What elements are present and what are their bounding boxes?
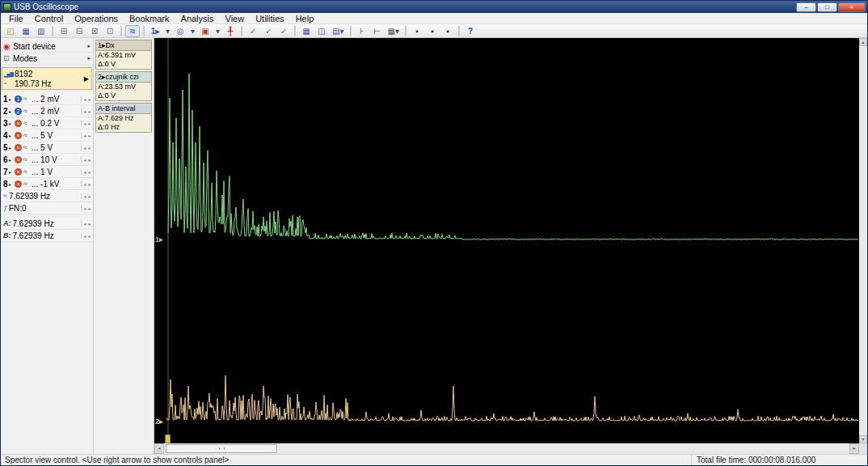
horizontal-scroll-track[interactable] <box>164 443 849 454</box>
modes-button[interactable]: ⊡ Modes ▸ <box>1 53 93 65</box>
scroll-left-button[interactable]: ◄ <box>154 443 164 454</box>
horizontal-scrollbar[interactable]: ◄ ► <box>154 443 859 454</box>
scrollbar-corner <box>859 443 867 454</box>
start-device-button[interactable]: ◉ Start device ▸ <box>1 40 93 53</box>
marker-b-row[interactable]: B: 7.62939 Hz ◂ ▸ <box>1 230 93 242</box>
sample-rate-icon: ≈ <box>4 81 15 86</box>
channel-state-icon[interactable]: × <box>15 144 22 151</box>
marker-dropdown-button[interactable]: ▾ <box>213 25 222 37</box>
marker-right-button[interactable]: ⊢ <box>370 25 385 37</box>
menu-view[interactable]: View <box>220 14 251 23</box>
channel-row-4[interactable]: 4 ▸ × ≈ ... 5 V ◂ ▸ <box>1 129 93 142</box>
scroll-right-button[interactable]: ► <box>849 443 859 454</box>
save-button[interactable]: ▦ <box>19 25 33 37</box>
cursor-marker-flag[interactable] <box>165 434 171 443</box>
increment-arrow-icon[interactable]: ▸ <box>87 181 92 187</box>
channel-state-icon[interactable]: 1 <box>15 95 22 103</box>
increment-arrow-icon[interactable]: ▸ <box>87 205 92 211</box>
minimize-button[interactable]: – <box>796 2 816 12</box>
increment-arrow-icon[interactable]: ▸ <box>87 193 92 199</box>
menu-analysis[interactable]: Analysis <box>175 14 220 23</box>
measurement-header[interactable]: A-B interval <box>96 104 151 114</box>
histogram-icon: ▂▅▇ <box>4 71 15 77</box>
measure-dropdown-button[interactable]: ▾ <box>188 25 197 37</box>
channel-1-marker[interactable]: 1▸ <box>155 235 163 244</box>
menu-help[interactable]: Help <box>290 14 320 23</box>
save-all-button[interactable]: ▥ <box>34 25 48 37</box>
panels-dropdown-button[interactable]: ▤▾ <box>330 25 346 37</box>
measure-group-dx: 1▸Dx A:6.391 mV Δ:0 V <box>95 40 152 70</box>
horizontal-scroll-thumb[interactable] <box>166 444 277 453</box>
snapshot-a-button[interactable]: ▪ <box>410 25 424 37</box>
channel-row-1[interactable]: 1 ▸ 1 ≈ ... 2 mV ◂ ▸ <box>1 93 93 105</box>
increment-arrow-icon[interactable]: ▸ <box>87 145 92 150</box>
title-bar: USB Oscilloscope – □ × <box>1 1 867 13</box>
split-view-button[interactable]: ◫ <box>314 25 329 37</box>
measurement-header[interactable]: 2▸czujnik czi <box>96 72 151 83</box>
fn-readout-row[interactable]: ƒ FN:0 ◂ ▸ <box>1 202 93 214</box>
menu-control[interactable]: Control <box>29 14 69 23</box>
readout-value: 7.62939 Hz <box>13 219 82 228</box>
open-file-button[interactable]: ◰ <box>3 25 18 37</box>
channel-select-button[interactable]: 1▸ <box>148 25 162 37</box>
vertical-scrollbar[interactable]: ▲ ▼ <box>859 38 867 443</box>
menu-file[interactable]: File <box>3 14 29 23</box>
increment-arrow-icon[interactable]: ▸ <box>87 233 92 239</box>
channel-row-7[interactable]: 7 ▸ × ≈ ... 1 V ◂ ▸ <box>1 166 93 178</box>
grid-view-button[interactable]: ▦ <box>299 25 314 37</box>
clipboard-view-button[interactable]: ⊡ <box>103 25 117 37</box>
measure-tool-button[interactable]: ◎ <box>173 25 188 37</box>
marker-left-button[interactable]: ⊦ <box>355 25 369 37</box>
check-channel2-button[interactable]: ✓ <box>261 25 276 37</box>
buffer-settings-button[interactable]: ▂▅▇ 8192 ≈ 190.73 Hz ▶ <box>2 67 92 90</box>
increment-arrow-icon[interactable]: ▸ <box>87 157 92 163</box>
channel-row-6[interactable]: 6 ▸ × ≈ ... 10 V ◂ ▸ <box>1 154 93 166</box>
channel-row-8[interactable]: 8 ▸ × ≈ ... -1 kV ◂ ▸ <box>1 178 93 190</box>
increment-arrow-icon[interactable]: ▸ <box>87 169 92 175</box>
spectrum-view-button[interactable]: ≋ <box>125 25 140 37</box>
vertical-scroll-track[interactable] <box>859 46 867 435</box>
marker-tool-button[interactable]: ▣ <box>198 25 213 37</box>
menu-operations[interactable]: Operations <box>69 14 124 23</box>
channel-row-2[interactable]: 2 ▸ 2 ≈ ... 2 mV ◂ ▸ <box>1 105 93 117</box>
increment-arrow-icon[interactable]: ▸ <box>87 221 92 227</box>
channel-state-icon[interactable]: × <box>15 120 22 127</box>
copy-page-button[interactable]: ⊟ <box>72 25 86 37</box>
channel-state-icon[interactable]: × <box>15 132 22 139</box>
channel-row-5[interactable]: 5 ▸ × ≈ ... 5 V ◂ ▸ <box>1 142 93 154</box>
paste-button[interactable]: ⊠ <box>87 25 102 37</box>
channel-value: ... 1 V <box>32 167 81 176</box>
maximize-button[interactable]: □ <box>817 2 837 12</box>
expand-arrow-icon[interactable]: ▶ <box>83 75 90 83</box>
snapshot-b-button[interactable]: ▪ <box>425 25 440 37</box>
help-button[interactable]: ? <box>463 25 478 37</box>
channel-row-3[interactable]: 3 ▸ × ≈ ... 0.2 V ◂ ▸ <box>1 117 93 129</box>
measurement-header[interactable]: 1▸Dx <box>96 40 151 51</box>
increment-arrow-icon[interactable]: ▸ <box>87 121 92 126</box>
table-view-button[interactable]: ▦▾ <box>386 25 402 37</box>
frequency-readout-row[interactable]: ≈ 7.62939 Hz ◂ ▸ <box>1 190 93 202</box>
antenna-button[interactable]: ╀ <box>223 25 238 37</box>
increment-arrow-icon[interactable]: ▸ <box>87 108 92 114</box>
signal-dropdown-button[interactable]: ▾ <box>163 25 172 37</box>
channel-state-icon[interactable]: × <box>15 180 22 188</box>
spectrum-plot[interactable]: 1▸ 2▸ <box>154 38 859 443</box>
scroll-up-button[interactable]: ▲ <box>859 38 867 46</box>
channel-2-marker[interactable]: 2▸ <box>155 417 163 426</box>
measure-group-czujnik: 2▸czujnik czi A:23.53 mV Δ:0 V <box>95 71 152 101</box>
menu-utilities[interactable]: Utilities <box>250 14 289 23</box>
menu-bookmark[interactable]: Bookmark <box>124 14 175 23</box>
copy-button[interactable]: ⊞ <box>57 25 71 37</box>
increment-arrow-icon[interactable]: ▸ <box>87 133 92 138</box>
channel-wave-icon: ≈ <box>23 95 32 103</box>
increment-arrow-icon[interactable]: ▸ <box>87 96 92 102</box>
scroll-down-button[interactable]: ▼ <box>859 435 867 443</box>
channel-state-icon[interactable]: 2 <box>15 108 22 115</box>
channel-state-icon[interactable]: × <box>15 156 22 163</box>
check-channel1-button[interactable]: ✓ <box>246 25 260 37</box>
marker-a-row[interactable]: A: 7.62939 Hz ◂ ▸ <box>1 218 93 230</box>
close-button[interactable]: × <box>838 2 866 12</box>
channel-state-icon[interactable]: × <box>15 168 22 176</box>
snapshot-c-button[interactable]: ▪ <box>440 25 455 37</box>
check-sum-button[interactable]: ✓ <box>276 25 291 37</box>
